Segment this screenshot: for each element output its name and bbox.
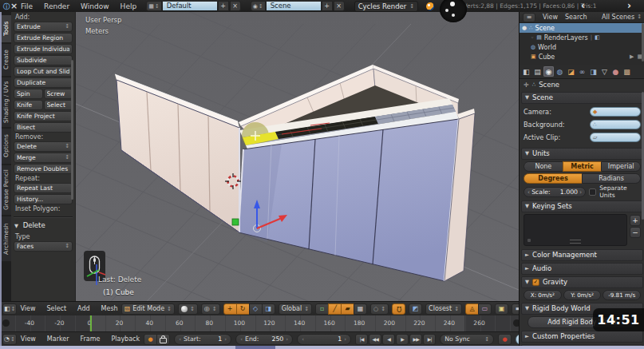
- step-right-icon[interactable]: ›: [344, 336, 346, 343]
- properties-tab-render[interactable]: ◧: [521, 66, 531, 77]
- delete-type-dropdown[interactable]: Faces ↕: [14, 241, 73, 252]
- start-frame-field[interactable]: ‹ Start: 1 ›: [174, 334, 231, 345]
- scene-name-field[interactable]: Scene: [267, 2, 321, 10]
- timeline-editor-type-button[interactable]: ◔ ↕: [2, 334, 17, 345]
- gravity-checkbox[interactable]: ✓: [532, 279, 539, 286]
- keying-sets-panel-header[interactable]: ▼ Keying Sets: [521, 200, 643, 212]
- face-select-button[interactable]: ▰: [341, 303, 354, 315]
- outliner-editor-type-button[interactable]: ≡: [523, 13, 535, 22]
- gravity-z-field[interactable]: -9.81 m/s: [603, 290, 641, 300]
- auto-keyframe-button[interactable]: ●: [498, 334, 512, 345]
- timeline-scroll-cap-left[interactable]: [2, 319, 10, 327]
- opengl-render-image-button[interactable]: ▣: [495, 303, 508, 315]
- sync-dropdown[interactable]: No Sync ↕: [440, 334, 494, 345]
- play-button[interactable]: ▶: [396, 334, 409, 345]
- step-left-icon[interactable]: ‹: [302, 336, 304, 343]
- chevron-right-icon[interactable]: ›: [627, 0, 631, 11]
- snap-target-dropdown[interactable]: Closest ↕: [425, 303, 462, 315]
- resize-handle-icon[interactable]: [570, 240, 581, 244]
- step-left-icon[interactable]: ‹: [179, 336, 181, 343]
- camera-field[interactable]: ◆: [590, 107, 641, 117]
- expand-icon[interactable]: ◦: [531, 34, 534, 41]
- outliner-view-menu[interactable]: View: [543, 14, 558, 21]
- outliner-row-world[interactable]: ◍ World: [520, 42, 644, 52]
- pivot-dropdown[interactable]: ◎ ↕: [201, 303, 220, 315]
- properties-tab-texture[interactable]: ▩: [622, 66, 632, 77]
- current-frame-field[interactable]: ‹ 1 ›: [297, 334, 351, 345]
- screw-button[interactable]: Screw: [44, 89, 73, 99]
- repeat-last-button[interactable]: Repeat Last: [14, 183, 73, 193]
- occlude-geometry-button[interactable]: ▦: [354, 303, 367, 315]
- lock-button[interactable]: [156, 334, 170, 345]
- extrude-individual-button[interactable]: Extrude Individual: [14, 44, 73, 54]
- toolshelf-tab-options[interactable]: Options: [0, 129, 11, 164]
- gravity-y-field[interactable]: Y: 0m/s²: [563, 290, 602, 300]
- manipulator-scale-button[interactable]: ◇: [249, 303, 263, 315]
- step-left-icon[interactable]: ‹: [240, 336, 243, 343]
- timeline-menu-view[interactable]: View: [21, 335, 36, 343]
- properties-tab-material[interactable]: ●: [610, 66, 621, 77]
- snap-element-button[interactable]: ◩: [409, 303, 422, 315]
- merge-button[interactable]: Merge↕: [14, 153, 73, 163]
- viewport-menu-view[interactable]: View: [20, 305, 35, 312]
- manipulator-rotate-button[interactable]: ↻: [236, 303, 250, 315]
- close-scene-button[interactable]: ×: [334, 1, 345, 11]
- timeline-menu-frame[interactable]: Frame: [81, 335, 101, 343]
- step-right-icon[interactable]: ›: [224, 336, 227, 343]
- render-border-button[interactable]: ▭: [478, 303, 492, 315]
- next-keyframe-button[interactable]: ▶▶: [409, 334, 422, 345]
- loop-cut-and-slide-button[interactable]: Loop Cut and Slide: [14, 66, 73, 77]
- toolshelf-scrollbar[interactable]: [71, 60, 73, 200]
- outliner-row-cube[interactable]: ▣ Cube ▶ ▦: [520, 52, 644, 61]
- viewport-menu-select[interactable]: Select: [46, 305, 66, 312]
- properties-tab-object-data[interactable]: ▽: [599, 66, 610, 77]
- add-layout-button[interactable]: +: [218, 1, 229, 11]
- chevron-left-icon[interactable]: ‹: [581, 0, 585, 11]
- toolshelf-tab-grease-pencil[interactable]: Grease Pencil: [0, 165, 11, 215]
- viewport-menu-add[interactable]: Add: [77, 305, 90, 312]
- subdivide-button[interactable]: Subdivide: [14, 55, 73, 65]
- active-clip-field[interactable]: ▱: [590, 133, 641, 142]
- shading-dropdown[interactable]: ↕: [178, 303, 198, 315]
- toolshelf-tab-create[interactable]: Create: [0, 44, 11, 76]
- vertex-select-button[interactable]: ▫: [315, 303, 329, 315]
- unit-rotation-degrees-button[interactable]: Degrees: [523, 173, 583, 184]
- viewport-3d[interactable]: User Persp Meters Last: Delete (1) Cube: [76, 12, 519, 301]
- snap-toggle-button[interactable]: Ω: [392, 303, 405, 315]
- unit-system-imperial-button[interactable]: Imperial: [601, 161, 641, 172]
- toolshelf-tab-shading-uvs[interactable]: Shading / UVs: [0, 77, 11, 127]
- gizmo-y-axis[interactable]: [232, 219, 239, 225]
- viewport-menu-mesh[interactable]: Mesh: [101, 305, 118, 312]
- mesh-left-wall[interactable]: [115, 74, 239, 232]
- properties-tab-world[interactable]: ◍: [555, 66, 565, 77]
- toolshelf-tab-tools[interactable]: Tools: [0, 15, 11, 42]
- step-right-icon[interactable]: ›: [579, 188, 582, 196]
- color-management-panel-header[interactable]: ► Color Management: [521, 249, 643, 261]
- layout-icon[interactable]: ▦↕: [146, 1, 162, 11]
- extrude-region-button[interactable]: Extrude Region: [14, 33, 73, 43]
- end-frame-field[interactable]: ‹ End: 250 ›: [235, 334, 293, 345]
- gravity-panel-header[interactable]: ▼ ✓ Gravity: [521, 276, 643, 288]
- bisect-button[interactable]: Bisect: [14, 122, 73, 133]
- scene-icon[interactable]: ◉↕: [251, 1, 266, 11]
- previous-keyframe-button[interactable]: ◀◀: [369, 334, 381, 345]
- extrude-button[interactable]: Extrude↕: [14, 22, 73, 32]
- keying-sets-list[interactable]: [523, 214, 627, 246]
- add-scene-button[interactable]: +: [322, 1, 333, 11]
- timeline-menu-playback[interactable]: Playback: [111, 335, 140, 343]
- select-button[interactable]: Select: [44, 100, 73, 110]
- properties-tab-constraints[interactable]: ∞: [577, 66, 587, 77]
- unit-rotation-radians-button[interactable]: Radians: [582, 173, 641, 184]
- outliner-row-scene[interactable]: ● ∴ Scene: [520, 23, 644, 33]
- units-panel-header[interactable]: ▼ Units: [521, 148, 643, 160]
- toolshelf-tab-archimesh[interactable]: Archimesh: [0, 216, 11, 261]
- duplicate-button[interactable]: Duplicate: [14, 77, 73, 88]
- remove-doubles-button[interactable]: Remove Doubles: [14, 164, 73, 174]
- separate-units-checkbox[interactable]: [589, 188, 596, 196]
- properties-tab-object[interactable]: ◪: [566, 66, 576, 77]
- selectable-icon[interactable]: ▶: [630, 54, 634, 60]
- scene-panel-header[interactable]: ▼ Scene: [521, 92, 643, 104]
- audio-panel-header[interactable]: ► Audio: [521, 263, 643, 275]
- manipulator-translate-button[interactable]: +: [223, 303, 237, 315]
- mode-dropdown[interactable]: ▧ Edit Mode ↕: [121, 303, 175, 315]
